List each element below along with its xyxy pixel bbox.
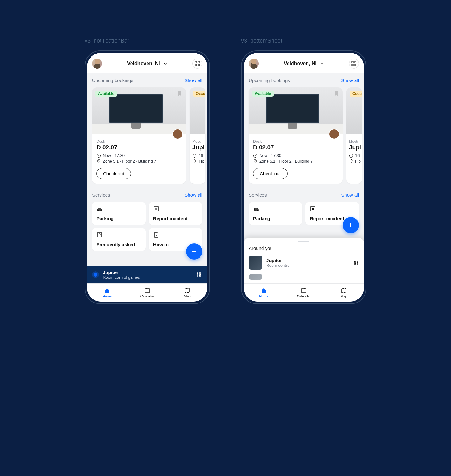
profile-avatar[interactable] <box>249 59 259 69</box>
car-icon <box>253 206 259 212</box>
nav-label: Calendar <box>297 294 311 298</box>
status-badge: Occu <box>350 91 362 97</box>
location-label: Veldhoven, NL <box>284 61 318 66</box>
services-show-all[interactable]: Show all <box>184 192 202 198</box>
variant-label-left: v3_notificationBar <box>85 38 210 44</box>
booking-card-peek[interactable]: Occu Meeti Jupi 16 Flo <box>190 87 205 184</box>
booking-type: Meeti <box>192 139 205 144</box>
app-header: Veldhoven, NL <box>87 53 207 73</box>
sheet-item-subtitle: Room control <box>266 263 349 268</box>
svg-rect-0 <box>195 61 197 63</box>
location-selector[interactable]: Veldhoven, NL <box>127 61 167 66</box>
nav-map[interactable]: Map <box>167 284 207 302</box>
svg-point-4 <box>98 160 99 161</box>
nav-label: Home <box>102 294 111 298</box>
bookings-show-all[interactable]: Show all <box>184 78 202 83</box>
nav-home[interactable]: Home <box>244 284 284 302</box>
booking-name: D 02.07 <box>96 144 182 151</box>
bookmark-icon[interactable] <box>177 91 183 97</box>
plus-icon <box>191 248 198 255</box>
sliders-icon[interactable] <box>196 272 202 278</box>
services-show-all[interactable]: Show all <box>341 192 359 198</box>
service-tile-faq[interactable]: Frequently asked <box>92 228 146 251</box>
booking-image: Available <box>92 87 186 134</box>
services-section: Services Show all <box>87 188 207 202</box>
profile-avatar[interactable] <box>92 59 102 69</box>
doc-icon <box>153 232 159 238</box>
sheet-item-peek[interactable] <box>249 273 359 281</box>
booking-image: Available <box>249 87 343 134</box>
room-thumbnail <box>249 256 262 270</box>
service-tile-parking[interactable]: Parking <box>92 202 146 225</box>
qr-icon <box>351 61 357 66</box>
sheet-item[interactable]: Jupiter Room control <box>249 255 359 271</box>
booking-name: Jupi <box>349 144 361 151</box>
svg-point-19 <box>350 154 353 157</box>
status-badge: Occu <box>193 91 205 97</box>
notification-bar[interactable]: Jupiter Room control gained <box>87 266 207 283</box>
service-tile-parking[interactable]: Parking <box>249 202 302 225</box>
booking-card-peek[interactable]: Occu Meeti Jupi 16 Flo <box>346 87 362 184</box>
pin-icon <box>349 159 353 163</box>
nav-calendar[interactable]: Calendar <box>284 284 324 302</box>
checkout-button[interactable]: Check out <box>96 168 131 179</box>
svg-rect-16 <box>352 64 353 66</box>
nav-home[interactable]: Home <box>87 284 127 302</box>
clock-icon <box>253 153 257 158</box>
nav-label: Calendar <box>140 294 154 298</box>
chevron-down-icon <box>320 62 324 65</box>
device-frame: Veldhoven, NL Upcoming bookings Show all <box>85 50 210 304</box>
svg-point-24 <box>355 263 356 264</box>
occupant-avatar <box>172 129 183 139</box>
nav-map[interactable]: Map <box>324 284 364 302</box>
bottom-sheet[interactable]: Around you Jupiter Room control <box>244 238 364 283</box>
fab-add-button[interactable] <box>343 217 359 233</box>
clock-icon <box>192 153 197 158</box>
booking-type: Meeti <box>349 139 361 144</box>
svg-point-6 <box>98 210 99 211</box>
service-tile-report[interactable]: Report incident <box>149 202 202 225</box>
location-label: Veldhoven, NL <box>127 61 162 66</box>
svg-point-25 <box>357 262 358 263</box>
calendar-icon <box>144 287 150 294</box>
booking-name: D 02.07 <box>253 144 338 151</box>
pin-icon <box>96 159 101 163</box>
plus-icon <box>347 222 354 229</box>
nav-calendar[interactable]: Calendar <box>127 284 167 302</box>
svg-rect-15 <box>355 61 356 63</box>
booking-time: Now - 17:30 <box>259 153 281 158</box>
home-icon <box>261 287 267 294</box>
map-icon <box>341 287 347 294</box>
bookings-show-all[interactable]: Show all <box>341 78 359 83</box>
svg-rect-1 <box>198 61 200 63</box>
booking-type: Desk <box>253 139 338 144</box>
services-title: Services <box>92 192 110 198</box>
pin-icon <box>192 159 197 163</box>
services-title: Services <box>249 192 267 198</box>
bookings-title: Upcoming bookings <box>249 78 290 83</box>
svg-point-20 <box>255 210 256 211</box>
qr-icon <box>194 61 200 66</box>
map-icon <box>184 287 190 294</box>
sliders-icon[interactable] <box>353 260 359 266</box>
location-selector[interactable]: Veldhoven, NL <box>284 61 324 66</box>
qr-scan-button[interactable] <box>192 59 202 69</box>
notification-title: Jupiter <box>103 270 192 275</box>
nav-label: Map <box>184 294 190 298</box>
chevron-down-icon <box>163 62 167 65</box>
svg-point-5 <box>193 154 196 157</box>
fab-add-button[interactable] <box>186 243 202 260</box>
status-badge: Available <box>95 91 117 97</box>
bookmark-icon[interactable] <box>333 91 340 97</box>
booking-location: Zone 5.1 · Floor 2 · Building 7 <box>259 159 313 163</box>
drag-handle[interactable] <box>298 241 309 242</box>
booking-card[interactable]: Available Desk D 02.07 Now - 17:30 Zone … <box>92 87 186 184</box>
checkout-button[interactable]: Check out <box>253 168 288 179</box>
booking-card[interactable]: Available Desk D 02.07 Now - 17:30 Zone … <box>249 87 343 184</box>
svg-point-23 <box>354 261 355 262</box>
tile-label: Report incident <box>153 216 198 221</box>
tile-label: Parking <box>253 216 298 221</box>
tile-label: Frequently asked <box>96 242 141 247</box>
device-frame: Veldhoven, NL Upcoming bookings Show all <box>241 50 366 304</box>
qr-scan-button[interactable] <box>349 59 359 69</box>
